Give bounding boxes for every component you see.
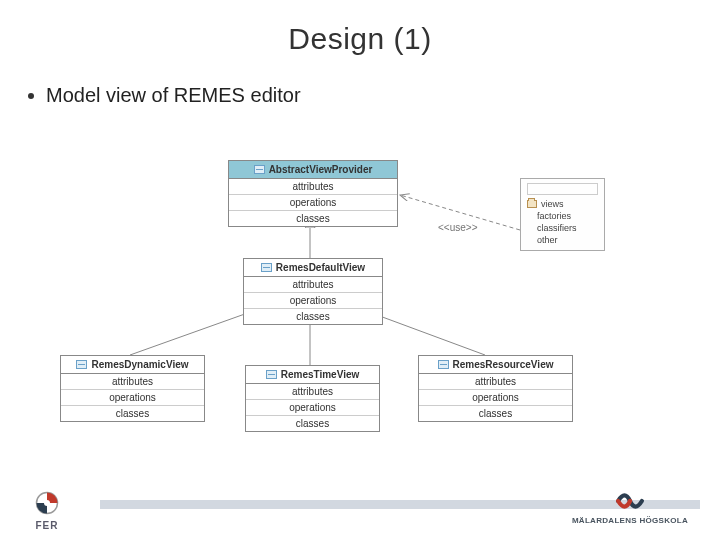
class-name: RemesResourceView: [453, 359, 554, 370]
class-name: AbstractViewProvider: [269, 164, 373, 175]
class-abstract-view-provider: AbstractViewProvider attributes operatio…: [228, 160, 398, 227]
mdh-logo-icon: [613, 488, 647, 514]
class-remes-default-view: RemesDefaultView attributes operations c…: [243, 258, 383, 325]
footer-left-label: FER: [22, 520, 72, 531]
bullet-item: Model view of REMES editor: [28, 84, 720, 107]
compartment-attributes: attributes: [61, 374, 204, 390]
compartment-classes: classes: [61, 406, 204, 421]
compartment-operations: operations: [244, 293, 382, 309]
footer-right-label: MÄLARDALENS HÖGSKOLA: [560, 516, 700, 525]
compartment-operations: operations: [61, 390, 204, 406]
ref-item: other: [537, 235, 558, 245]
compartment-attributes: attributes: [229, 179, 397, 195]
compartment-attributes: attributes: [246, 384, 379, 400]
class-icon: [266, 370, 277, 379]
class-icon: [438, 360, 449, 369]
ref-pkg-name: views: [541, 199, 564, 209]
compartment-classes: classes: [244, 309, 382, 324]
class-name: RemesTimeView: [281, 369, 360, 380]
compartment-operations: operations: [246, 400, 379, 416]
class-name: RemesDynamicView: [91, 359, 188, 370]
use-stereotype-label: <<use>>: [438, 222, 477, 233]
bullet-text: Model view of REMES editor: [46, 84, 301, 107]
compartment-classes: classes: [419, 406, 572, 421]
bullet-dot-icon: [28, 93, 34, 99]
uml-diagram: <<use>> AbstractViewProvider attributes …: [40, 140, 680, 450]
svg-point-6: [44, 500, 50, 506]
reference-outline-box: views factories classifiers other: [520, 178, 605, 251]
class-remes-time-view: RemesTimeView attributes operations clas…: [245, 365, 380, 432]
package-icon: [527, 200, 537, 208]
class-name: RemesDefaultView: [276, 262, 365, 273]
slide-title: Design (1): [0, 0, 720, 56]
class-icon: [254, 165, 265, 174]
compartment-operations: operations: [229, 195, 397, 211]
ref-item: factories: [537, 211, 571, 221]
class-icon: [261, 263, 272, 272]
class-remes-resource-view: RemesResourceView attributes operations …: [418, 355, 573, 422]
class-remes-dynamic-view: RemesDynamicView attributes operations c…: [60, 355, 205, 422]
footer-logo-left: FER: [22, 488, 72, 534]
footer-logo-right: MÄLARDALENS HÖGSKOLA: [560, 488, 700, 525]
compartment-attributes: attributes: [419, 374, 572, 390]
slide-footer: FER MÄLARDALENS HÖGSKOLA: [0, 482, 720, 540]
class-icon: [76, 360, 87, 369]
compartment-classes: classes: [229, 211, 397, 226]
fer-logo-icon: [32, 488, 62, 518]
compartment-classes: classes: [246, 416, 379, 431]
compartment-attributes: attributes: [244, 277, 382, 293]
ref-item: classifiers: [537, 223, 577, 233]
compartment-operations: operations: [419, 390, 572, 406]
